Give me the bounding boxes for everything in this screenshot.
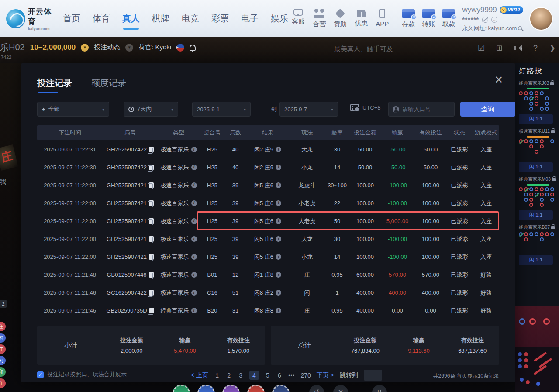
road-bet-button[interactable]: 闲 1:1 [519, 114, 553, 124]
road-bet-button[interactable]: 闲 1:1 [519, 162, 553, 172]
date-from-dropdown[interactable]: 2025-9-1 ▾ [192, 102, 251, 117]
nav-item-2[interactable]: 真人 [122, 10, 140, 27]
walletlink-1[interactable]: ⇄转账 [422, 9, 435, 28]
table-row[interactable]: 2025-09-07 11:22:30GH2525907422极速百家乐iH25… [37, 158, 499, 176]
table-row[interactable]: 2025-09-07 11:22:00GH2525907421极速百家乐iH25… [37, 248, 499, 266]
quicklink-diamond[interactable]: 赞助 [334, 9, 347, 28]
info-icon[interactable]: i [276, 308, 281, 313]
info-icon[interactable]: i [276, 254, 281, 260]
info-icon[interactable]: i [191, 147, 197, 152]
date-to-dropdown[interactable]: 2025-9-7 ▾ [280, 102, 338, 117]
close-bet-icon[interactable]: ✕ [333, 385, 348, 392]
quicklink-gift[interactable]: 优惠 [355, 9, 368, 28]
table-row[interactable]: 2025-09-07 11:21:46GB202590735D经典百家乐iB20… [37, 302, 499, 320]
search-icon[interactable] [518, 26, 522, 30]
round-search-input[interactable] [402, 106, 450, 113]
bet-feed-chevron-icon[interactable]: ▾ [125, 44, 133, 52]
info-icon[interactable]: i [276, 272, 281, 278]
chip-1000[interactable]: 1000 [272, 385, 290, 392]
info-icon[interactable]: i [191, 236, 197, 242]
page-5[interactable]: 5 [265, 372, 271, 379]
bet-feed-label[interactable]: 投注动态 [94, 43, 120, 52]
nav-item-6[interactable]: 电子 [241, 10, 259, 27]
table-row[interactable]: 2025-09-07 11:21:48GB0125907446极速百家乐iB01… [37, 266, 499, 284]
date-range-dropdown[interactable]: 7天内 ▾ [124, 102, 178, 117]
table-row[interactable]: 2025-09-07 11:22:00GH2525907421极速百家乐iH25… [37, 230, 499, 248]
undo-icon[interactable]: ↺ [309, 385, 324, 392]
user-info[interactable]: wywy9999 V VIP10 ****** ⌄ 永久网址: kaiyun.c… [462, 5, 523, 33]
query-button[interactable]: 查询 [460, 102, 515, 117]
chip-50[interactable]: 50 [173, 385, 190, 392]
game-type-dropdown[interactable]: ♠ 全部 ▾ [37, 102, 109, 117]
quicklink-chat[interactable]: 客服 [292, 9, 305, 28]
tab-0[interactable]: 投注记录 [37, 77, 72, 93]
nav-item-5[interactable]: 彩票 [211, 10, 229, 27]
info-icon[interactable]: i [276, 218, 281, 224]
info-icon[interactable]: i [191, 165, 197, 170]
road-bet-button[interactable]: 闲 1:1 [519, 210, 553, 220]
copy-icon[interactable] [149, 272, 154, 278]
chip-200[interactable]: 200 [222, 385, 240, 392]
eye-off-icon[interactable] [482, 17, 488, 23]
layout-grid-icon[interactable]: ⊞ [496, 43, 503, 53]
copy-icon[interactable] [149, 165, 154, 170]
page-6[interactable]: 6 [276, 372, 283, 379]
timezone-calendar-icon[interactable] [350, 104, 359, 111]
quicklink-phone[interactable]: APP [376, 9, 389, 28]
chip-500[interactable]: 500 [247, 385, 265, 392]
nav-item-1[interactable]: 体育 [93, 10, 110, 27]
nav-item-0[interactable]: 首页 [63, 10, 80, 27]
copy-icon[interactable] [149, 200, 154, 206]
info-icon[interactable]: i [276, 236, 281, 242]
help-icon[interactable]: ? [533, 44, 538, 53]
close-icon[interactable]: ✕ [494, 74, 503, 86]
b-mode-icon[interactable]: B [372, 385, 387, 392]
copy-icon[interactable] [149, 236, 154, 242]
info-icon[interactable]: i [276, 165, 281, 170]
bet-range-chevron-icon[interactable]: ▾ [81, 44, 89, 52]
info-icon[interactable]: i [276, 200, 281, 206]
nav-item-4[interactable]: 电竞 [182, 10, 199, 27]
info-icon[interactable]: i [276, 182, 281, 188]
info-icon[interactable]: i [191, 308, 197, 313]
bell-icon[interactable] [190, 45, 196, 51]
merge-display-checkbox[interactable]: ✓ [37, 371, 44, 378]
copy-icon[interactable] [149, 147, 154, 152]
walletlink-0[interactable]: ¥存款 [402, 9, 415, 28]
table-row[interactable]: 2025-09-07 11:21:46GC1625907422极速百家乐iC16… [37, 284, 499, 302]
quicklink-people[interactable]: 合营 [313, 9, 326, 28]
info-icon[interactable]: i [191, 218, 197, 224]
info-icon[interactable]: i [191, 290, 197, 296]
volume-icon[interactable] [514, 45, 522, 52]
page-prev[interactable]: < 上页 [191, 371, 208, 379]
collapse-icon[interactable]: ❯ [549, 43, 556, 53]
user-avatar[interactable] [529, 7, 553, 31]
nav-item-3[interactable]: 棋牌 [152, 10, 169, 27]
copy-icon[interactable] [149, 254, 154, 260]
page-ellipsis[interactable]: ••• [288, 372, 295, 378]
page-2[interactable]: 2 [226, 372, 232, 379]
info-icon[interactable]: i [191, 200, 197, 206]
info-icon[interactable]: i [191, 272, 197, 278]
info-icon[interactable]: i [276, 290, 281, 296]
info-icon[interactable]: i [276, 147, 281, 152]
walletlink-2[interactable]: $取款 [442, 9, 455, 28]
table-row[interactable]: 2025-09-07 11:22:00GH2525907421极速百家乐iH25… [37, 176, 499, 194]
table-row[interactable]: 2025-09-07 11:22:31GH2525907422极速百家乐iH25… [37, 141, 499, 158]
nav-item-7[interactable]: 娱乐 [271, 10, 288, 27]
tab-1[interactable]: 额度记录 [91, 77, 126, 93]
page-next[interactable]: 下页 > [317, 371, 334, 379]
road-card-2[interactable]: 经典百家乐M03闲 1:1 [519, 176, 557, 220]
road-card-1[interactable]: 极速百家乐U11闲 1:1 [519, 128, 557, 172]
page-last[interactable]: 270 [300, 372, 311, 379]
page-1[interactable]: 1 [214, 372, 220, 379]
copy-icon[interactable] [149, 218, 154, 224]
road-card-0[interactable]: 经典百家乐J03闲 1:1 [519, 80, 557, 124]
copy-icon[interactable] [149, 290, 154, 296]
road-bet-button[interactable]: 闲 1:1 [519, 255, 553, 265]
table-row[interactable]: 2025-09-07 11:22:00GH2525907421极速百家乐iH25… [37, 212, 499, 230]
info-icon[interactable]: i [191, 254, 197, 260]
page-4[interactable]: 4 [249, 371, 259, 380]
road-card-3[interactable]: 经典百家乐B07闲 1:1 [519, 224, 557, 265]
jump-input[interactable] [364, 370, 382, 381]
